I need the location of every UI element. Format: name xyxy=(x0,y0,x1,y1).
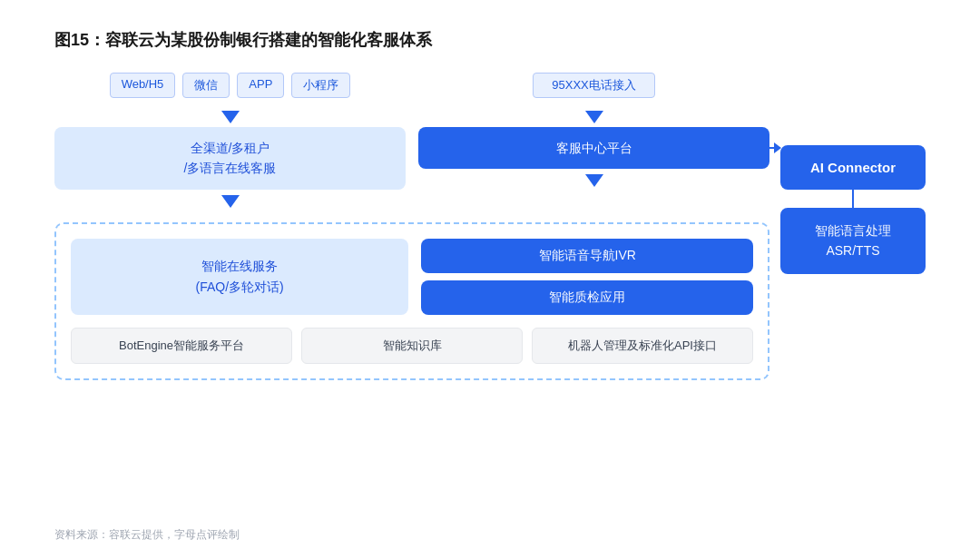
arrow-online-down xyxy=(221,195,240,208)
bottom-row: BotEngine智能服务平台 智能知识库 机器人管理及标准化API接口 xyxy=(71,328,753,364)
right-sidebar: AI Connector 智能语言处理 ASR/TTS xyxy=(780,73,926,380)
arrow-channels-down xyxy=(221,111,240,123)
page-container: 图15：容联云为某股份制银行搭建的智能化客服体系 Web/H5 微信 APP 小… xyxy=(0,0,980,559)
tag-app: APP xyxy=(237,73,284,98)
tag-web: Web/H5 xyxy=(110,73,176,98)
panel-left: Web/H5 微信 APP 小程序 全渠道/多租户 /多语言在线客服 xyxy=(54,73,406,211)
dashed-container: 智能在线服务 (FAQ/多轮对话) 智能语音导航IVR 智能质检应用 BotEn… xyxy=(54,222,769,380)
ai-connector-box: AI Connector xyxy=(780,145,926,190)
h-line xyxy=(763,147,774,149)
h-arrowhead xyxy=(774,142,781,153)
panel-right: 95XXX电话接入 客服中心平台 xyxy=(418,73,769,211)
channel-tags: Web/H5 微信 APP 小程序 xyxy=(110,73,351,98)
botengine-box: BotEngine智能服务平台 xyxy=(71,328,292,364)
knowledge-box: 智能知识库 xyxy=(301,328,523,364)
chart-title: 图15：容联云为某股份制银行搭建的智能化客服体系 xyxy=(54,29,926,51)
online-service-box: 全渠道/多租户 /多语言在线客服 xyxy=(54,127,406,190)
robot-api-box: 机器人管理及标准化API接口 xyxy=(532,328,753,364)
ivr-area: 智能语音导航IVR 智能质检应用 xyxy=(421,239,753,315)
call-center-box: 客服中心平台 xyxy=(418,127,769,169)
arrow-call-down xyxy=(585,174,603,187)
diagram-outer: Web/H5 微信 APP 小程序 全渠道/多租户 /多语言在线客服 xyxy=(54,73,926,380)
source-note: 资料来源：容联云提供，字母点评绘制 xyxy=(54,527,240,543)
vertical-connector-line xyxy=(852,190,854,208)
arrow-phone-down xyxy=(585,111,603,123)
asr-tts-box: 智能语言处理 ASR/TTS xyxy=(780,208,926,274)
phone-tag: 95XXX电话接入 xyxy=(533,73,654,98)
call-to-ai-arrow xyxy=(763,142,781,153)
ivr-box: 智能语音导航IVR xyxy=(421,239,753,273)
diagram-main: Web/H5 微信 APP 小程序 全渠道/多租户 /多语言在线客服 xyxy=(54,73,769,380)
qc-box: 智能质检应用 xyxy=(421,280,753,315)
top-panels: Web/H5 微信 APP 小程序 全渠道/多租户 /多语言在线客服 xyxy=(54,73,769,211)
tag-wechat: 微信 xyxy=(182,73,230,98)
inner-row: 智能在线服务 (FAQ/多轮对话) 智能语音导航IVR 智能质检应用 xyxy=(71,239,753,315)
faq-box: 智能在线服务 (FAQ/多轮对话) xyxy=(71,239,408,315)
tag-miniapp: 小程序 xyxy=(291,73,350,98)
